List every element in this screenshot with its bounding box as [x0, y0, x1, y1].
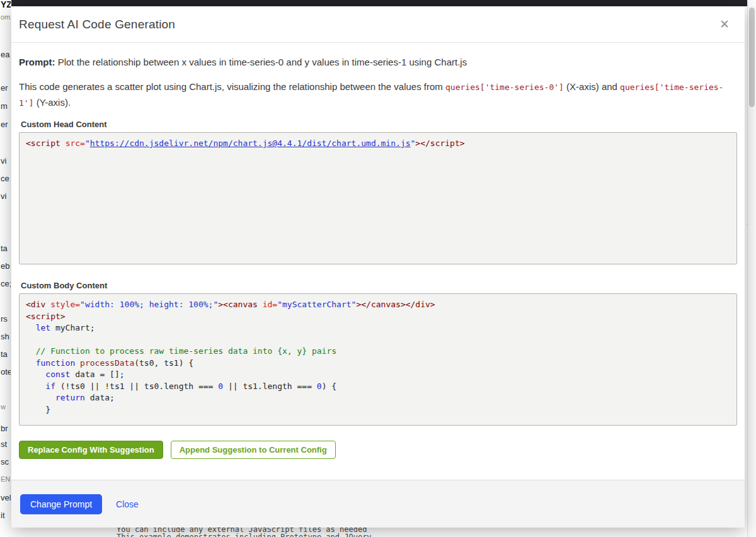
- code-line: <div style="width: 100%; height: 100%;">…: [26, 299, 730, 311]
- background-left-strip: YZomeaermervicevitaebce;rsshtaotewbrstsc…: [0, 0, 11, 537]
- background-text-fragment: br: [1, 424, 8, 433]
- background-text-fragment: YZ: [1, 0, 11, 9]
- code-line: [26, 334, 730, 346]
- background-text-fragment: eb: [1, 262, 9, 271]
- code-line: if (!ts0 || !ts1 || ts0.length === 0 || …: [26, 381, 730, 393]
- prompt-label: Prompt:: [19, 57, 55, 67]
- background-text-fragment: ce: [1, 174, 9, 183]
- background-text-fragment: om: [1, 13, 10, 21]
- background-text-fragment: vi: [1, 157, 6, 166]
- close-icon[interactable]: ✕: [716, 16, 733, 33]
- description-part-3: (Y-axis).: [33, 97, 71, 108]
- replace-config-button[interactable]: Replace Config With Suggestion: [19, 441, 163, 459]
- background-text-fragment: it: [1, 511, 5, 520]
- background-text-fragment: m: [1, 102, 8, 111]
- background-text-fragment: st: [1, 440, 7, 449]
- inline-code-time-series-0: queries['time-series-0']: [445, 82, 564, 92]
- code-line: <script>: [26, 311, 730, 323]
- background-text-fragment: w: [1, 402, 6, 411]
- background-text-fragment: vel: [1, 494, 11, 502]
- code-line: function processData(ts0, ts1) {: [26, 358, 730, 370]
- background-text-fragment: ea: [1, 50, 9, 59]
- prompt-line: Prompt: Plot the relationship between x …: [19, 55, 737, 69]
- custom-body-content-editor[interactable]: <div style="width: 100%; height: 100%;">…: [19, 293, 737, 426]
- ai-code-generation-modal: Request AI Code Generation ✕ Prompt: Plo…: [11, 6, 745, 528]
- description-part-1: This code generates a scatter plot using…: [19, 81, 445, 92]
- close-link[interactable]: Close: [116, 499, 139, 509]
- custom-body-content-label: Custom Body Content: [21, 281, 737, 291]
- page-scrollbar[interactable]: [747, 0, 756, 537]
- prompt-text: Plot the relationship between x values i…: [58, 57, 467, 67]
- background-text-fragment: rs: [1, 315, 8, 324]
- description: This code generates a scatter plot using…: [19, 79, 737, 111]
- background-text-fragment: er: [1, 120, 8, 129]
- background-text-fragment: ta: [1, 350, 8, 359]
- scrollbar-thumb[interactable]: [749, 8, 755, 107]
- background-text-fragment: ote: [1, 368, 11, 376]
- custom-head-content-editor[interactable]: <script src="https://cdn.jsdelivr.net/np…: [19, 132, 737, 264]
- modal-body: Prompt: Plot the relationship between x …: [11, 43, 745, 480]
- append-suggestion-button[interactable]: Append Suggestion to Current Config: [171, 441, 336, 459]
- background-text-fragment: sh: [1, 332, 9, 341]
- background-text-fragment: ce;: [1, 280, 11, 288]
- background-text-fragment: This example demonstrates including Prot…: [117, 533, 372, 537]
- suggestion-buttons-row: Replace Config With Suggestion Append Su…: [19, 441, 737, 459]
- code-line: // Function to process raw time-series d…: [26, 346, 730, 358]
- background-top-bar: [11, 0, 747, 6]
- background-text-fragment: ta: [1, 244, 8, 253]
- modal-title: Request AI Code Generation: [19, 18, 175, 31]
- modal-header: Request AI Code Generation ✕: [11, 6, 745, 43]
- change-prompt-button[interactable]: Change Prompt: [20, 494, 102, 514]
- code-line: return data;: [26, 392, 730, 404]
- code-line: }: [26, 404, 730, 416]
- code-line: <script src="https://cdn.jsdelivr.net/np…: [26, 138, 730, 150]
- modal-footer: Change Prompt Close: [11, 480, 745, 528]
- background-text-fragment: sc: [1, 458, 9, 466]
- background-text-fragment: EN: [1, 475, 10, 483]
- background-text-fragment: vi: [1, 192, 6, 201]
- custom-head-content-label: Custom Head Content: [21, 120, 737, 130]
- code-line: let myChart;: [26, 322, 730, 334]
- code-line: const data = [];: [26, 369, 730, 381]
- description-part-2: (X-axis) and: [564, 81, 620, 92]
- background-text-fragment: er: [1, 84, 8, 93]
